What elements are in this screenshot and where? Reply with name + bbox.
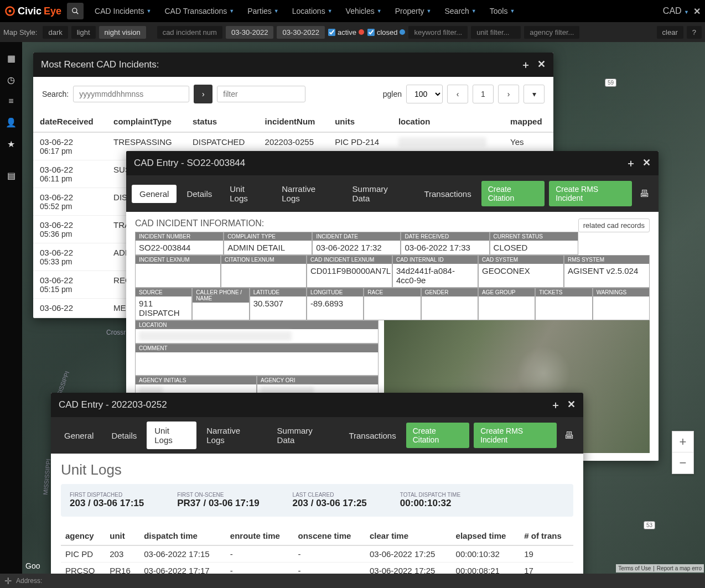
col-header[interactable]: elapsed time xyxy=(452,527,520,545)
tab-general[interactable]: General xyxy=(56,426,101,445)
date-to[interactable]: 03-30-2022 xyxy=(277,26,325,39)
col-incidentNum[interactable]: incidentNum xyxy=(258,111,329,132)
crosshair-icon[interactable]: ✛ xyxy=(4,576,12,586)
tab-details[interactable]: Details xyxy=(179,185,220,203)
list-icon[interactable]: ≡ xyxy=(8,96,13,106)
close-window-button[interactable]: ✕ xyxy=(642,157,651,170)
search-date-input[interactable] xyxy=(73,86,189,102)
add-window-button[interactable]: ＋ xyxy=(551,398,561,412)
tab-transactions[interactable]: Transactions xyxy=(341,426,403,445)
pglen-label: pglen xyxy=(383,90,402,98)
tab-transactions[interactable]: Transactions xyxy=(416,185,479,203)
create-citation-button[interactable]: Create Citation xyxy=(481,181,545,206)
info-cell: INCIDENT LEXNUM xyxy=(135,255,221,288)
cad-entry-tabs: General Details Unit Logs Narrative Logs… xyxy=(126,175,659,212)
col-complaintType[interactable]: complaintType xyxy=(107,111,186,132)
close-window-button[interactable]: ✕ xyxy=(567,398,576,412)
page-number[interactable]: 1 xyxy=(473,85,494,103)
date-from[interactable]: 03-30-2022 xyxy=(226,26,274,39)
page-prev-button[interactable]: ‹ xyxy=(447,85,468,103)
document-icon[interactable]: ▤ xyxy=(7,170,15,181)
info-cell: CITATION LEXNUM xyxy=(221,255,307,288)
nav-cad-incidents[interactable]: CAD Incidents▼ xyxy=(89,3,157,19)
keyword-filter-input[interactable]: keyword filter... xyxy=(408,26,468,39)
filter-input[interactable] xyxy=(217,86,305,102)
nav-vehicles[interactable]: Vehicles▼ xyxy=(340,3,387,19)
style-light[interactable]: light xyxy=(71,26,96,39)
report-map-error-link[interactable]: Report a map erro xyxy=(657,565,702,571)
nav-parties[interactable]: Parties▼ xyxy=(242,3,284,19)
col-header[interactable]: clear time xyxy=(365,527,452,545)
col-header[interactable]: agency xyxy=(61,527,105,545)
style-night-vision[interactable]: night vision xyxy=(99,26,146,39)
related-cad-records-link[interactable]: related cad records xyxy=(578,218,650,232)
col-header[interactable]: enroute time xyxy=(226,527,294,545)
tab-general[interactable]: General xyxy=(132,185,177,203)
tab-details[interactable]: Details xyxy=(103,426,144,445)
tab-summary-data[interactable]: Summary Data xyxy=(345,180,414,207)
cad-incident-num-input[interactable]: cad incident num xyxy=(157,26,222,39)
create-citation-button[interactable]: Create Citation xyxy=(406,423,469,448)
col-dateReceived[interactable]: dateReceived xyxy=(33,111,107,132)
street-label: Crossr xyxy=(106,329,126,336)
panel-header[interactable]: Most Recent CAD Incidents: ＋ ✕ xyxy=(33,53,553,77)
clear-filters-button[interactable]: clear xyxy=(657,26,683,39)
active-checkbox[interactable]: active xyxy=(328,28,364,37)
col-header[interactable]: dispatch time xyxy=(139,527,226,545)
col-units[interactable]: units xyxy=(328,111,392,132)
closed-checkbox[interactable]: closed xyxy=(367,28,406,37)
star-icon[interactable]: ★ xyxy=(7,139,15,149)
tab-unit-logs[interactable]: Unit Logs xyxy=(147,422,196,449)
print-icon[interactable]: 🖶 xyxy=(561,430,578,441)
nav-cad-transactions[interactable]: CAD Transactions▼ xyxy=(159,3,240,19)
close-window-button[interactable]: ✕ xyxy=(537,58,546,71)
tab-narrative-logs[interactable]: Narrative Logs xyxy=(199,422,267,449)
cad-menu[interactable]: CAD ▼ xyxy=(663,6,689,16)
table-row[interactable]: PIC PD20303-06-2022 17:15--03-06-2022 17… xyxy=(61,545,573,563)
col-status[interactable]: status xyxy=(186,111,258,132)
close-app-button[interactable]: ✕ xyxy=(693,6,701,17)
pglen-select[interactable]: 100 xyxy=(406,85,443,103)
clock-icon[interactable]: ◷ xyxy=(7,75,15,85)
style-dark[interactable]: dark xyxy=(43,26,68,39)
info-cell: COMPLAINT TYPEADMIN DETAIL xyxy=(224,232,312,255)
col-location[interactable]: location xyxy=(392,111,504,132)
add-window-button[interactable]: ＋ xyxy=(626,157,636,170)
create-rms-incident-button[interactable]: Create RMS Incident xyxy=(549,181,632,206)
grid-icon[interactable]: ▦ xyxy=(7,53,15,64)
nav-locations[interactable]: Locations▼ xyxy=(287,3,338,19)
agency-filter-input[interactable]: agency filter... xyxy=(524,26,579,39)
page-next-button[interactable]: › xyxy=(498,85,519,103)
logo-icon xyxy=(4,6,15,17)
col-header[interactable]: unit xyxy=(105,527,139,545)
page-menu-button[interactable]: ▾ xyxy=(523,85,545,103)
terms-link[interactable]: Terms of Use xyxy=(618,565,651,571)
add-window-button[interactable]: ＋ xyxy=(521,58,531,71)
person-icon[interactable]: 👤 xyxy=(6,117,17,128)
panel-header[interactable]: CAD Entry - SO22-003844 ＋ ✕ xyxy=(126,151,659,175)
panel-header[interactable]: CAD Entry - 202203-0252 ＋ ✕ xyxy=(51,393,583,417)
tab-summary-data[interactable]: Summary Data xyxy=(269,422,339,449)
col-mapped[interactable]: mapped xyxy=(504,111,553,132)
zoom-out-button[interactable]: − xyxy=(672,452,693,473)
global-search-button[interactable] xyxy=(67,3,84,19)
help-button[interactable]: ? xyxy=(687,26,702,39)
nav-property[interactable]: Property▼ xyxy=(390,3,437,19)
panel-cad-entry-2: CAD Entry - 202203-0252 ＋ ✕ General Deta… xyxy=(51,393,583,581)
print-icon[interactable]: 🖶 xyxy=(636,188,653,200)
nav-tools[interactable]: Tools▼ xyxy=(484,3,521,19)
unit-filter-input[interactable]: unit filter... xyxy=(471,26,521,39)
search-go-button[interactable]: › xyxy=(194,85,212,103)
zoom-in-button[interactable]: + xyxy=(672,431,693,452)
col-header[interactable]: # of trans xyxy=(520,527,573,545)
address-label: Address: xyxy=(16,577,42,585)
brand-logo[interactable]: CivicEye xyxy=(4,6,61,17)
route-shield: 59 xyxy=(605,79,616,87)
tab-narrative-logs[interactable]: Narrative Logs xyxy=(274,180,342,207)
col-header[interactable]: onscene time xyxy=(294,527,365,545)
info-cell: WARNINGS xyxy=(593,288,650,320)
create-rms-incident-button[interactable]: Create RMS Incident xyxy=(474,423,557,448)
map-style-label: Map Style: xyxy=(3,28,37,37)
tab-unit-logs[interactable]: Unit Logs xyxy=(222,180,272,207)
nav-search[interactable]: Search▼ xyxy=(439,3,482,19)
